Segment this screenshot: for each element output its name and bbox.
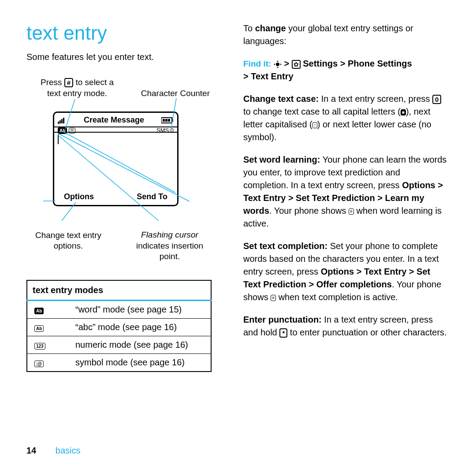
caps-next-icon: ↑: [312, 122, 317, 128]
svg-point-17: [276, 63, 279, 66]
svg-rect-2: [61, 119, 63, 123]
mode-description: “word” mode (see page 15): [71, 301, 211, 319]
table-row: Ab“abc” mode (see page 16): [27, 319, 211, 336]
svg-marker-19: [277, 67, 279, 68]
mode-icon: Ab: [34, 325, 44, 332]
intro-text: Some features let you enter text.: [26, 52, 225, 62]
caps-all-icon: ■: [401, 109, 406, 115]
hash-key-icon: #: [64, 78, 73, 87]
find-it-path: Find it: > ✿ Settings > Phone Settings >…: [243, 57, 447, 83]
phone-title: Create Message: [67, 115, 161, 125]
completion-icon: ≡: [271, 295, 276, 301]
set-word-learning: Set word learning: Your phone can learn …: [243, 153, 447, 230]
svg-rect-8: [165, 119, 167, 122]
softkey-options: Options: [64, 192, 94, 201]
page-footer: 14 basics: [26, 446, 81, 456]
svg-text:G: G: [58, 122, 60, 124]
modes-table: text entry modes Ab“word” mode (see page…: [26, 280, 212, 372]
callout-cursor: Flashing cursor indicates insertion poin…: [123, 230, 216, 262]
phone-screen: G Create Message Ab ☰: [53, 112, 178, 206]
section-name: basics: [56, 446, 81, 455]
svg-rect-3: [63, 118, 64, 123]
callout-char-counter: Character Counter: [130, 89, 210, 98]
learn-words-icon: ≡: [349, 208, 354, 215]
settings-gear-icon: ✿: [292, 60, 301, 69]
svg-rect-6: [172, 119, 173, 122]
zero-key-icon: 0: [432, 95, 441, 104]
callout-select-mode: Press # to select a text entry mode.: [31, 77, 123, 99]
page-title: text entry: [26, 22, 225, 44]
table-row: Ab“word” mode (see page 15): [27, 301, 211, 319]
mode-icon: 123: [34, 343, 45, 350]
svg-marker-21: [280, 63, 282, 65]
mode-icon: Ab: [34, 308, 44, 314]
nav-key-icon: [274, 60, 282, 68]
svg-rect-7: [163, 119, 165, 122]
svg-rect-9: [168, 119, 170, 122]
change-text-case: Change text case: In a text entry screen…: [243, 93, 447, 144]
change-settings-intro: To change your global text entry setting…: [243, 22, 447, 48]
mode-description: numeric mode (see page 16): [71, 336, 211, 354]
set-text-completion: Set text completion: Set your phone to c…: [243, 240, 447, 304]
enter-punctuation: Enter punctuation: In a text entry scree…: [243, 313, 447, 339]
svg-marker-20: [274, 63, 275, 65]
softkey-sendto: Send To: [137, 192, 167, 201]
mode-description: “abc” mode (see page 16): [71, 319, 211, 336]
svg-marker-18: [277, 60, 279, 62]
mode-description: symbol mode (see page 16): [71, 354, 211, 372]
signal-icon: G: [58, 116, 67, 124]
modes-header: text entry modes: [27, 280, 211, 301]
table-row: 123numeric mode (see page 16): [27, 336, 211, 354]
cursor-icon: [58, 134, 59, 144]
battery-icon: [161, 117, 174, 123]
page-number: 14: [26, 446, 36, 455]
phone-diagram: Press # to select a text entry mode. Cha…: [26, 77, 207, 262]
table-row: ;@symbol mode (see page 16): [27, 354, 211, 372]
mode-icon: ;@: [34, 361, 44, 367]
callout-options: Change text entry options.: [24, 230, 112, 252]
sms-counter: SMS:0: [156, 127, 174, 132]
star-key-icon: *: [279, 328, 287, 338]
